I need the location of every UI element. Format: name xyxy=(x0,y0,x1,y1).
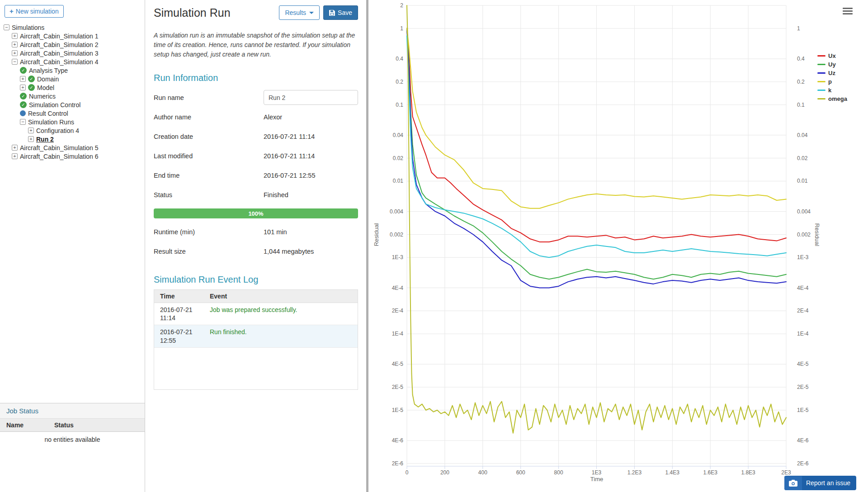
y-tick-label-right: 2E-4 xyxy=(797,308,809,314)
x-tick-label: 1.6E3 xyxy=(703,469,718,476)
tree-item[interactable]: +Configuration 4 xyxy=(0,126,145,135)
job-status-empty-text: no entities available xyxy=(0,432,145,447)
save-button[interactable]: Save xyxy=(323,5,358,20)
y-tick-label-right: 0.1 xyxy=(797,102,805,108)
job-status-header-row: Name Status xyxy=(0,419,145,432)
legend-item-Uy[interactable]: Uy xyxy=(817,61,847,68)
y-tick-label-left: 2 xyxy=(400,2,403,9)
event-text: Job was prepared successfully. xyxy=(204,306,358,322)
field-row: StatusFinished xyxy=(154,185,358,204)
collapse-icon[interactable]: − xyxy=(4,24,9,30)
field-row: Runtime (min)101 min xyxy=(154,222,358,241)
tree-item-label: Simulation Runs xyxy=(28,118,74,126)
y-tick-label-left: 2E-4 xyxy=(392,308,404,314)
y-tick-label-left: 0.4 xyxy=(396,56,403,62)
y-tick-label-right: 0.004 xyxy=(797,208,811,215)
expand-icon[interactable]: + xyxy=(20,85,26,90)
expand-icon[interactable]: + xyxy=(28,128,34,133)
tree-item[interactable]: +Aircraft_Cabin_Simulation 5 xyxy=(0,143,145,152)
chevron-down-icon xyxy=(309,12,314,14)
legend-item-p[interactable]: p xyxy=(817,78,847,85)
new-simulation-button[interactable]: + New simulation xyxy=(5,5,64,18)
page-title: Simulation Run xyxy=(154,6,231,19)
y-tick-label-right: 4E-4 xyxy=(797,285,809,291)
camera-icon xyxy=(784,476,802,490)
tree-item-label: Aircraft_Cabin_Simulation 2 xyxy=(20,41,99,48)
expand-icon[interactable]: + xyxy=(12,50,18,56)
x-tick-label: 1.2E3 xyxy=(627,469,642,476)
x-tick-label: 2E3 xyxy=(781,469,791,476)
field-value: 101 min xyxy=(264,228,287,236)
tree-item[interactable]: ✓Analysis Type xyxy=(0,66,145,75)
y-tick-label-right: 1E-4 xyxy=(797,331,809,337)
tree-item[interactable]: +✓Domain xyxy=(0,75,145,83)
tree-item-label: Configuration 4 xyxy=(36,127,79,134)
panel-header: Simulation Run Results Save xyxy=(154,5,358,20)
y-tick-label-left: 0.004 xyxy=(390,208,403,215)
tree-item[interactable]: Result Control xyxy=(0,109,145,118)
tree-item[interactable]: +Aircraft_Cabin_Simulation 6 xyxy=(0,152,145,161)
expand-icon[interactable]: + xyxy=(12,33,18,39)
x-tick-label: 0 xyxy=(406,469,409,476)
legend-item-Uz[interactable]: Uz xyxy=(817,70,847,76)
legend-item-omega[interactable]: omega xyxy=(817,95,847,102)
tree-item[interactable]: +Aircraft_Cabin_Simulation 3 xyxy=(0,49,145,57)
job-status-col-status: Status xyxy=(54,421,145,429)
run-info-fields2: Runtime (min)101 minResult size1,044 meg… xyxy=(154,222,358,261)
expand-icon[interactable]: + xyxy=(12,145,18,151)
job-status-col-name: Name xyxy=(0,421,54,429)
tree-item[interactable]: +Run 2 xyxy=(0,135,145,143)
report-issue-button[interactable]: Report an issue xyxy=(784,476,856,490)
tree-item-label: Domain xyxy=(37,76,59,83)
event-log-row: 2016-07-21 11:14Job was prepared success… xyxy=(154,303,358,325)
legend-line-icon xyxy=(817,64,826,65)
status-dot-icon xyxy=(20,110,26,116)
field-row: Creation date2016-07-21 11:14 xyxy=(154,127,358,146)
tree-item[interactable]: −Aircraft_Cabin_Simulation 4 xyxy=(0,57,145,66)
check-icon: ✓ xyxy=(28,84,35,91)
expand-icon[interactable]: + xyxy=(20,76,26,82)
sidebar: + New simulation −Simulations+Aircraft_C… xyxy=(0,0,145,492)
field-value: 2016-07-21 11:14 xyxy=(264,133,315,140)
run-name-input[interactable] xyxy=(264,90,358,105)
legend-line-icon xyxy=(817,90,826,91)
tree-item[interactable]: +✓Model xyxy=(0,83,145,92)
y-tick-label-left: 0.1 xyxy=(396,102,403,108)
tree-item-label: Numerics xyxy=(29,93,56,100)
expand-icon[interactable]: + xyxy=(12,153,18,159)
check-icon: ✓ xyxy=(20,93,27,99)
event-log-row: 2016-07-21 12:55Run finished. xyxy=(154,325,358,347)
expand-icon[interactable]: + xyxy=(28,136,34,142)
tree-item[interactable]: +Aircraft_Cabin_Simulation 1 xyxy=(0,32,145,40)
tree-item[interactable]: ✓Numerics xyxy=(0,92,145,100)
collapse-icon[interactable]: − xyxy=(20,119,26,125)
y-tick-label-left: 0.02 xyxy=(393,155,404,161)
tree-item[interactable]: −Simulations xyxy=(0,23,145,32)
y-tick-label-left: 4E-4 xyxy=(392,285,404,291)
collapse-icon[interactable]: − xyxy=(12,59,18,65)
legend-item-k[interactable]: k xyxy=(817,87,847,94)
field-row: Author nameAlexor xyxy=(154,107,358,127)
chart-menu-icon[interactable] xyxy=(843,6,853,16)
event-log-rows: 2016-07-21 11:14Job was prepared success… xyxy=(154,303,358,348)
field-label: Runtime (min) xyxy=(154,228,264,236)
expand-icon[interactable]: + xyxy=(12,42,18,47)
tree-item[interactable]: +Aircraft_Cabin_Simulation 2 xyxy=(0,40,145,49)
legend-line-icon xyxy=(817,81,826,82)
tree-item[interactable]: −Simulation Runs xyxy=(0,118,145,126)
y-tick-label-left: 0.2 xyxy=(396,79,403,85)
y-tick-label-right: 0.01 xyxy=(797,178,808,184)
tree-item-label: Result Control xyxy=(28,110,68,117)
tree-item[interactable]: ✓Simulation Control xyxy=(0,100,145,109)
tree-item-label: Aircraft_Cabin_Simulation 1 xyxy=(20,33,99,40)
field-label: Result size xyxy=(154,248,264,255)
tree-item-label: Aircraft_Cabin_Simulation 5 xyxy=(20,144,99,151)
field-row: Last modified2016-07-21 11:14 xyxy=(154,146,358,166)
field-value: Finished xyxy=(264,191,288,199)
field-label: Run name xyxy=(154,94,264,101)
legend-item-Ux[interactable]: Ux xyxy=(817,52,847,59)
legend-line-icon xyxy=(817,98,826,99)
results-dropdown-button[interactable]: Results xyxy=(279,5,320,20)
event-log-col-event: Event xyxy=(204,293,358,300)
tree-item-label: Aircraft_Cabin_Simulation 4 xyxy=(20,58,99,66)
